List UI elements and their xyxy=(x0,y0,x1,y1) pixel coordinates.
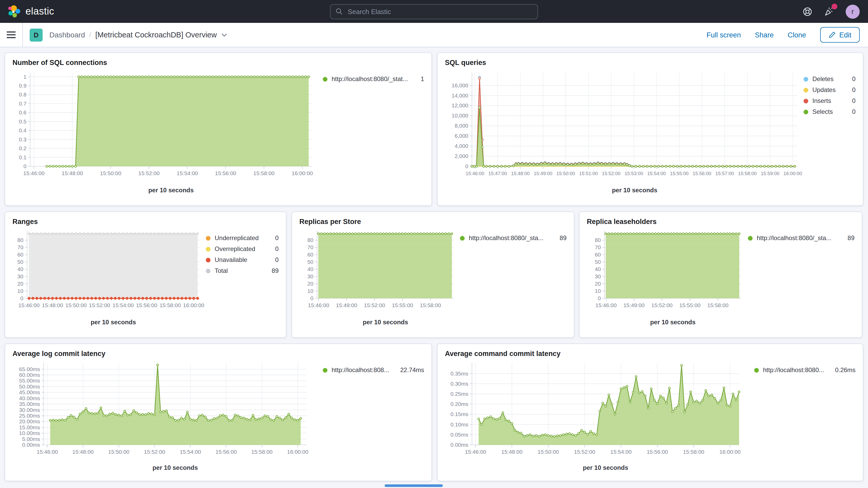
svg-text:per 10 seconds: per 10 seconds xyxy=(148,187,194,193)
svg-text:per 10 seconds: per 10 seconds xyxy=(650,318,696,326)
svg-text:per 10 seconds: per 10 seconds xyxy=(153,464,198,471)
search-icon xyxy=(336,8,343,15)
ranges-chart[interactable]: 8070605040302010015:46:0015:48:0015:50:0… xyxy=(12,225,205,328)
legend-item[interactable]: Total89 xyxy=(206,268,279,274)
svg-text:15:52:00: 15:52:00 xyxy=(89,302,110,308)
legend-color-dot xyxy=(804,99,808,103)
global-header: elastic xyxy=(0,0,868,23)
clone-button[interactable]: Clone xyxy=(788,31,806,39)
legend-item[interactable]: Overreplicated0 xyxy=(206,246,279,252)
legend-item[interactable]: Underreplicated0 xyxy=(206,235,279,242)
svg-text:0: 0 xyxy=(20,295,23,301)
svg-text:15:47:00: 15:47:00 xyxy=(488,171,507,176)
legend-color-dot xyxy=(206,247,211,251)
panel-average-log-commit-latency: Average log commit latency 65.00ms60.00m… xyxy=(5,343,432,481)
legend-color-dot xyxy=(206,236,211,241)
svg-text:0.05ms: 0.05ms xyxy=(451,432,468,437)
horizontal-scrollbar-thumb[interactable] xyxy=(384,484,443,487)
breadcrumb-dashboard-link[interactable]: Dashboard xyxy=(50,31,85,39)
global-search-bar[interactable] xyxy=(330,4,538,19)
svg-text:25.00ms: 25.00ms xyxy=(19,413,40,419)
legend-item[interactable]: http://localhost:808...22.74ms xyxy=(323,367,424,374)
svg-text:70: 70 xyxy=(18,244,23,250)
svg-text:15:56:00: 15:56:00 xyxy=(215,449,237,455)
average-command-commit-latency-chart[interactable]: 0.35ms0.30ms0.25ms0.20ms0.15ms0.10ms0.05… xyxy=(445,358,746,473)
elastic-logo-text: elastic xyxy=(26,6,54,17)
svg-text:20: 20 xyxy=(18,281,23,286)
svg-text:40: 40 xyxy=(595,266,601,272)
dashboard-badge[interactable]: D xyxy=(30,28,42,41)
legend-value: 0.26ms xyxy=(830,367,856,374)
whats-new-button[interactable] xyxy=(824,6,834,17)
legend-item[interactable]: Updates0 xyxy=(804,87,856,94)
legend-value: 89 xyxy=(554,235,566,242)
svg-text:15:48:00: 15:48:00 xyxy=(42,302,63,308)
svg-text:15:46:00: 15:46:00 xyxy=(37,449,58,455)
user-avatar[interactable]: r xyxy=(846,4,860,19)
average-log-commit-latency-chart[interactable]: 65.00ms60.00ms55.00ms50.00ms45.00ms40.00… xyxy=(12,358,314,473)
svg-text:15:50:00: 15:50:00 xyxy=(65,302,87,308)
legend-label: Underreplicated xyxy=(215,235,258,242)
legend-item[interactable]: http://localhost:8080/_sta...89 xyxy=(460,235,566,242)
svg-text:0: 0 xyxy=(598,295,601,301)
legend-color-dot xyxy=(323,77,328,82)
svg-text:0.9: 0.9 xyxy=(19,83,27,89)
svg-text:1: 1 xyxy=(23,74,27,80)
legend-item[interactable]: Inserts0 xyxy=(804,98,856,104)
svg-text:16:00:00: 16:00:00 xyxy=(183,302,204,308)
legend-item[interactable]: Selects0 xyxy=(804,109,856,115)
svg-text:40.00ms: 40.00ms xyxy=(19,395,40,401)
number-of-sql-connections-chart[interactable]: 10.90.80.70.60.50.40.30.20.1015:46:0015:… xyxy=(12,66,319,195)
svg-text:15:56:00: 15:56:00 xyxy=(215,170,236,176)
legend-item[interactable]: Deletes0 xyxy=(804,76,856,83)
svg-text:15:52:00: 15:52:00 xyxy=(364,302,385,308)
svg-text:15:46:00: 15:46:00 xyxy=(23,170,45,176)
toolbar-divider xyxy=(22,23,23,47)
svg-text:15:56:00: 15:56:00 xyxy=(692,171,711,176)
share-button[interactable]: Share xyxy=(755,31,774,39)
svg-text:20.00ms: 20.00ms xyxy=(19,418,40,424)
panel-number-of-sql-connections: Number of SQL connections 10.90.80.70.60… xyxy=(5,53,432,206)
nav-menu-button[interactable] xyxy=(0,23,22,47)
hamburger-menu-icon xyxy=(7,31,16,38)
svg-text:15:58:00: 15:58:00 xyxy=(160,302,181,308)
legend-value: 0 xyxy=(847,109,856,115)
legend-item[interactable]: Unavailable0 xyxy=(206,257,279,264)
full-screen-button[interactable]: Full screen xyxy=(707,31,741,39)
svg-text:15:54:00: 15:54:00 xyxy=(611,449,632,455)
svg-text:15:58:00: 15:58:00 xyxy=(420,302,441,308)
elastic-logo-icon xyxy=(7,5,21,18)
svg-text:per 10 seconds: per 10 seconds xyxy=(363,318,408,326)
svg-text:15:54:00: 15:54:00 xyxy=(177,170,198,176)
elastic-home-link[interactable]: elastic xyxy=(0,5,54,18)
edit-button[interactable]: Edit xyxy=(820,27,860,42)
legend-item[interactable]: http://localhost:8080/_sta...89 xyxy=(748,235,855,242)
search-input[interactable] xyxy=(347,7,532,16)
svg-text:8,000: 8,000 xyxy=(455,123,468,129)
dashboard-toolbar: D Dashboard / [Metricbeat CockroachDB] O… xyxy=(0,23,868,47)
svg-text:15:48:00: 15:48:00 xyxy=(62,170,83,176)
svg-text:60.00ms: 60.00ms xyxy=(19,372,40,378)
legend-value: 0 xyxy=(270,246,279,252)
replicas-per-store-chart[interactable]: 8070605040302010015:46:0015:49:0015:52:0… xyxy=(299,225,458,328)
svg-text:50.00ms: 50.00ms xyxy=(19,384,40,390)
svg-text:60: 60 xyxy=(595,251,601,257)
svg-text:15:54:00: 15:54:00 xyxy=(647,171,666,176)
svg-text:15:48:00: 15:48:00 xyxy=(501,449,523,455)
legend-label: Unavailable xyxy=(215,257,247,264)
sql-queries-chart[interactable]: 02,0004,0006,0008,00010,00012,00014,0001… xyxy=(445,66,804,195)
panel-title: Average command commit latency xyxy=(438,344,863,358)
svg-text:0.10ms: 0.10ms xyxy=(451,422,468,427)
replica-leaseholders-chart[interactable]: 8070605040302010015:46:0015:49:0015:52:0… xyxy=(587,225,745,328)
panel-replicas-per-store: Replicas per Store 8070605040302010015:4… xyxy=(291,212,574,338)
legend-item[interactable]: http://localhost:8080...0.26ms xyxy=(754,367,856,374)
svg-text:15:55:00: 15:55:00 xyxy=(392,302,413,308)
legend-color-dot xyxy=(754,368,759,373)
help-button[interactable] xyxy=(803,6,812,17)
svg-text:15:52:00: 15:52:00 xyxy=(574,449,595,455)
legend-item[interactable]: http://localhost:8080/_stat...1 xyxy=(323,76,424,83)
title-dropdown-button[interactable] xyxy=(221,33,227,37)
svg-text:30: 30 xyxy=(595,273,601,279)
svg-text:80: 80 xyxy=(307,237,313,243)
svg-text:15:48:00: 15:48:00 xyxy=(72,449,94,455)
